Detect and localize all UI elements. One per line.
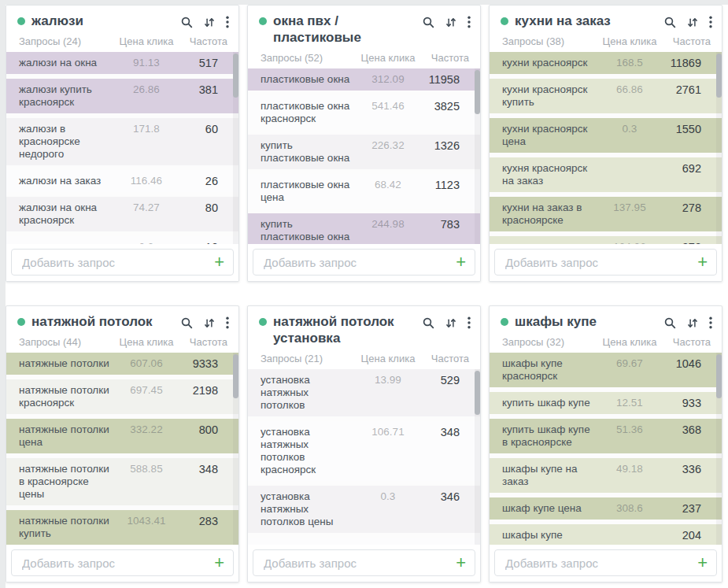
query-text: натяжные потолки красноярск — [19, 384, 116, 409]
add-query-input[interactable] — [262, 556, 449, 571]
frequency-value: 283 — [177, 515, 227, 527]
add-query-plus-button[interactable]: + — [691, 255, 708, 269]
table-row[interactable]: шкафы купе красноярск69.671046 — [490, 353, 722, 387]
frequency-value: 692 — [660, 162, 711, 175]
add-query-input[interactable] — [20, 255, 208, 270]
panel-header-icons — [423, 313, 471, 329]
table-row[interactable]: натяжные потолки607.069333 — [6, 353, 238, 375]
column-header-frequency: Частота — [419, 52, 469, 64]
table-row[interactable]: шкафы купе красноярск недорогие204 — [490, 524, 722, 545]
table-row[interactable]: кухни красноярск168.511869 — [490, 52, 722, 74]
search-icon[interactable] — [664, 317, 676, 329]
frequency-value: 1123 — [419, 179, 469, 191]
panel-header: окна пвх / пластиковые — [248, 6, 480, 46]
kebab-menu-icon[interactable] — [467, 16, 471, 28]
table-row[interactable]: шкафы купе на заказ49.18336 — [490, 458, 722, 493]
sort-icon[interactable] — [204, 317, 215, 329]
table-row[interactable]: натяжные потолки в красноярске цены588.8… — [6, 458, 238, 505]
table-row[interactable]: пластиковые окна312.0911958 — [248, 68, 480, 91]
sort-icon[interactable] — [204, 17, 215, 28]
sort-icon[interactable] — [687, 17, 698, 28]
panel-footer: + — [6, 545, 238, 582]
frequency-value: 2761 — [660, 83, 711, 96]
keyword-group-panel: шкафы купе Запросы (32) Цена клика Часто… — [489, 305, 722, 582]
table-row[interactable]: шкаф купе цена308.6237 — [490, 497, 722, 520]
kebab-menu-icon[interactable] — [226, 316, 229, 329]
table-row[interactable]: кухни красноярск цена0.31550 — [490, 118, 722, 153]
query-text: купить шкаф купе в красноярске — [502, 423, 599, 449]
table-row[interactable]: кухни красноярск купить66.862761 — [490, 79, 722, 113]
sort-icon[interactable] — [445, 17, 456, 28]
column-header-frequency: Частота — [177, 336, 227, 348]
kebab-menu-icon[interactable] — [226, 16, 229, 28]
panel-header: натяжной потолок — [6, 306, 238, 331]
sort-icon[interactable] — [445, 317, 456, 329]
table-row[interactable]: купить шкаф купе в красноярске51.36368 — [490, 419, 722, 453]
add-query-input[interactable] — [262, 255, 449, 270]
kebab-menu-icon[interactable] — [709, 316, 712, 329]
search-icon[interactable] — [423, 317, 434, 329]
cpc-value: 68.42 — [357, 179, 419, 191]
add-query-input[interactable] — [504, 556, 691, 571]
table-row[interactable]: купить шкаф купе12.51933 — [490, 392, 722, 414]
cpc-value: 0.3 — [116, 241, 177, 244]
cpc-value: 26.86 — [116, 83, 177, 96]
table-row[interactable]: кухни на заказ в красноярске137.95278 — [490, 197, 722, 231]
query-text: кухня красноярск на заказ — [502, 162, 599, 187]
column-header-frequency: Частота — [419, 353, 469, 364]
scrollbar-thumb[interactable] — [716, 354, 722, 398]
scrollbar-thumb[interactable] — [716, 54, 722, 98]
scrollbar-thumb[interactable] — [233, 354, 238, 398]
table-row[interactable]: жалюзи на заказ116.4626 — [6, 170, 238, 192]
column-header-queries: Запросы (52) — [261, 52, 357, 64]
table-row[interactable]: установка натяжных потолков13.99529 — [248, 369, 480, 416]
table-row[interactable]: кухни красноярск104.26272 — [490, 236, 722, 244]
search-icon[interactable] — [181, 17, 193, 28]
table-row[interactable]: установка натяжных потолков цены0.3346 — [248, 486, 480, 533]
panel-header: жалюзи — [6, 6, 238, 30]
column-header-cpc: Цена клика — [357, 353, 419, 364]
table-row[interactable]: жалюзи купить красноярск26.86381 — [6, 79, 238, 113]
sort-icon[interactable] — [687, 317, 698, 329]
table-row[interactable]: натяжные потолки купить1043.41283 — [6, 510, 238, 545]
search-icon[interactable] — [423, 17, 434, 28]
scrollbar-thumb[interactable] — [475, 70, 480, 114]
query-text: жалюзи на окна — [19, 57, 116, 69]
table-row[interactable]: пластиковые окна цена68.421123 — [248, 174, 480, 209]
add-query-plus-button[interactable]: + — [449, 255, 466, 269]
table-row[interactable]: купить пластиковые окна в красноярске244… — [248, 213, 480, 244]
cpc-value: 12.51 — [599, 397, 660, 409]
add-query-input[interactable] — [20, 556, 208, 571]
cpc-value: 49.18 — [599, 463, 660, 475]
search-icon[interactable] — [664, 17, 676, 28]
table-row[interactable]: жалюзи на окна0.313 — [6, 236, 238, 244]
frequency-value: 346 — [419, 490, 469, 503]
table-row[interactable]: натяжные потолки цена332.22800 — [6, 419, 238, 453]
scrollbar-thumb[interactable] — [233, 54, 238, 98]
column-header-queries: Запросы (32) — [502, 336, 599, 348]
add-query-plus-button[interactable]: + — [449, 556, 466, 570]
table-row[interactable]: натяжные потолки красноярск697.452198 — [6, 379, 238, 414]
table-row[interactable]: купить пластиковые окна226.321326 — [248, 135, 480, 169]
table-row[interactable]: жалюзи на окна91.13517 — [6, 52, 238, 74]
kebab-menu-icon[interactable] — [709, 16, 712, 28]
table-row[interactable]: монтаж натяжного потолка3.62174 — [248, 538, 480, 545]
search-icon[interactable] — [181, 317, 193, 329]
kebab-menu-icon[interactable] — [467, 316, 471, 329]
table-row[interactable]: пластиковые окна красноярск541.463825 — [248, 95, 480, 130]
add-query-plus-button[interactable]: + — [208, 255, 224, 269]
cpc-value: 226.32 — [357, 139, 419, 152]
scrollbar-thumb[interactable] — [475, 371, 480, 415]
add-query-plus-button[interactable]: + — [691, 556, 708, 570]
keyword-group-panel: натяжной потолок установка Запросы (21) … — [247, 305, 481, 582]
table-row[interactable]: кухня красноярск на заказ692 — [490, 157, 722, 192]
add-query-plus-button[interactable]: + — [208, 556, 224, 570]
table-row[interactable]: жалюзи на окна красноярск74.2780 — [6, 197, 238, 231]
table-row[interactable]: установка натяжных потолков красноярск10… — [248, 421, 480, 481]
column-headers: Запросы (21) Цена клика Частота — [248, 347, 480, 369]
cpc-value: 171.8 — [116, 123, 177, 135]
add-query-input[interactable] — [504, 255, 691, 270]
table-row[interactable]: жалюзи в красноярске недорого171.860 — [6, 118, 238, 165]
query-text: пластиковые окна красноярск — [261, 100, 357, 125]
panel-header: кухни на заказ — [490, 6, 722, 30]
